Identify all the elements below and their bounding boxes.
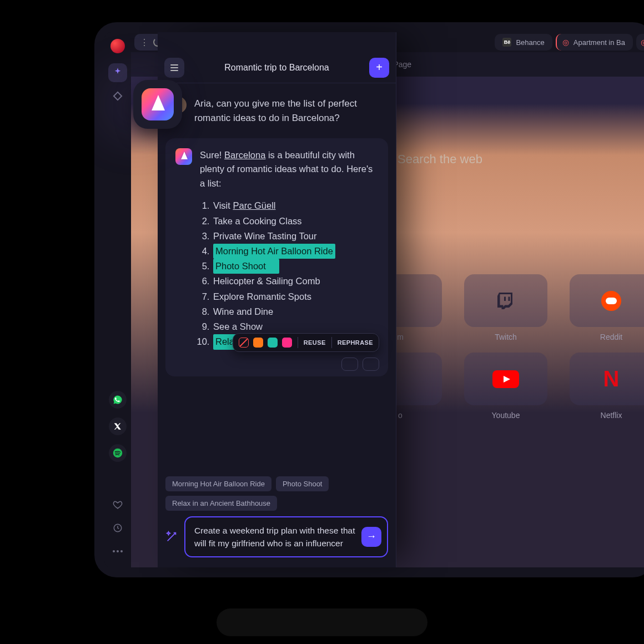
tile-label: Twitch xyxy=(495,333,517,341)
browser-chrome: ⋮ Aria Bē Behance ◎ Apartment in Ba ◎ xyxy=(104,32,644,567)
card-action-1[interactable] xyxy=(341,358,358,371)
list-item: Take a Cooking Class xyxy=(212,214,378,229)
swatch-teal[interactable] xyxy=(268,338,278,348)
youtube-icon xyxy=(464,353,547,405)
tile-twitch[interactable]: Twitch xyxy=(459,274,553,341)
spotify-icon xyxy=(113,448,123,458)
behance-icon: Bē xyxy=(502,38,511,47)
aria-panel: Romantic trip to Barcelona + Aria, can y… xyxy=(158,32,396,567)
swatch-orange[interactable] xyxy=(253,338,263,348)
list-item: Private Wine Tasting Tour xyxy=(212,229,378,244)
list-item: Morning Hot Air Balloon Ride xyxy=(212,244,378,259)
history-button[interactable] xyxy=(109,520,126,536)
tile-label: Netflix xyxy=(601,411,622,420)
list-item: See a Show xyxy=(212,319,378,334)
airbnb-icon: ◎ xyxy=(562,38,569,47)
chip[interactable]: Morning Hot Air Balloon Ride xyxy=(165,476,271,491)
aria-header: Romantic trip to Barcelona + xyxy=(158,52,396,83)
text: See a Show xyxy=(213,321,263,331)
text: Explore Romantic Spots xyxy=(213,291,311,301)
barcelona-link[interactable]: Barcelona xyxy=(224,150,265,160)
diamond-icon xyxy=(113,92,123,101)
left-rail xyxy=(104,32,131,567)
prompt-input[interactable]: Create a weekend trip plan with these th… xyxy=(184,516,388,558)
tile-youtube[interactable]: Youtube xyxy=(459,353,553,420)
spotify-button[interactable] xyxy=(109,444,127,462)
highlighted-text[interactable]: Morning Hot Air Balloon Ride xyxy=(213,244,335,259)
opera-logo-icon[interactable] xyxy=(110,39,125,53)
swatch-none[interactable] xyxy=(239,338,249,348)
divider xyxy=(298,337,298,348)
airbnb-icon: ◎ xyxy=(641,38,644,47)
whatsapp-button[interactable] xyxy=(109,391,127,409)
chip[interactable]: Photo Shoot xyxy=(276,476,329,491)
tile-label: m xyxy=(397,333,404,341)
list-item: Explore Romantic Spots xyxy=(212,289,378,304)
netflix-icon: N xyxy=(570,353,644,405)
x-icon xyxy=(114,422,122,430)
tile-reddit[interactable]: Reddit xyxy=(564,274,644,341)
clock-icon xyxy=(113,523,123,533)
chat-title: Romantic trip to Barcelona xyxy=(190,63,364,73)
tile-label: o xyxy=(398,411,402,420)
text: Sure! xyxy=(200,150,224,160)
ai-response-card: Sure! Barcelona is a beautiful city with… xyxy=(165,138,388,376)
speed-dial-tiles: m Twitch Reddit o xyxy=(353,274,644,420)
list-item: Photo Shoot xyxy=(212,259,378,274)
highlight-toolbar: REUSE REPHRASE xyxy=(233,333,379,352)
main-column: ⋮ Aria Bē Behance ◎ Apartment in Ba ◎ xyxy=(131,32,644,567)
user-message-text: Aria, can you give me the list of perfec… xyxy=(194,97,384,126)
send-button[interactable]: → xyxy=(361,527,381,547)
divider xyxy=(331,337,332,348)
prompt-text: Create a weekend trip plan with these th… xyxy=(194,526,355,548)
text: Private Wine Tasting Tour xyxy=(213,231,316,241)
text: Visit xyxy=(213,200,233,210)
card-action-2[interactable] xyxy=(363,358,379,371)
tab-airbnb[interactable]: ◎ Apartment in Ba xyxy=(556,34,633,51)
reuse-button[interactable]: REUSE xyxy=(304,339,326,346)
highlighted-text[interactable]: Photo Shoot xyxy=(213,259,279,274)
aria-logo-icon xyxy=(142,88,174,120)
list-item: Wine and Dine xyxy=(212,304,378,319)
chat-menu-button[interactable] xyxy=(164,58,184,78)
reddit-icon xyxy=(570,274,644,327)
chat-body: Aria, can you give me the list of perfec… xyxy=(158,83,396,471)
aria-launcher[interactable] xyxy=(133,80,182,129)
tile-label: Youtube xyxy=(492,411,520,420)
user-message: Aria, can you give me the list of perfec… xyxy=(165,97,388,126)
heart-icon xyxy=(113,500,123,510)
more-button[interactable] xyxy=(109,543,126,560)
ai-intro-text: Sure! Barcelona is a beautiful city with… xyxy=(200,148,378,191)
swatch-pink[interactable] xyxy=(282,338,292,348)
aria-sidebar-button[interactable] xyxy=(108,63,127,82)
parc-guell-link[interactable]: Parc Güell xyxy=(233,200,275,210)
tile-label: Reddit xyxy=(600,333,622,341)
favorites-button[interactable] xyxy=(109,496,126,513)
aria-avatar-icon xyxy=(175,148,192,165)
tab-airbnb-2[interactable]: ◎ xyxy=(636,34,644,51)
text: Take a Cooking Class xyxy=(213,216,302,226)
workspace-button[interactable] xyxy=(108,87,127,105)
chip[interactable]: Relax in an Ancient Bathhouse xyxy=(165,496,277,511)
dots-icon xyxy=(113,550,123,552)
magic-wand-icon[interactable] xyxy=(165,531,178,543)
text: Wine and Dine xyxy=(213,306,273,316)
list-item: Visit Parc Güell xyxy=(212,198,378,213)
browser-window: ⋮ Aria Bē Behance ◎ Apartment in Ba ◎ xyxy=(94,22,644,577)
new-chat-button[interactable]: + xyxy=(369,58,389,78)
arrow-right-icon: → xyxy=(366,529,376,544)
dock-shadow xyxy=(217,608,427,636)
rephrase-button[interactable]: REPHRASE xyxy=(338,339,373,346)
site-menu-icon[interactable]: ⋮ xyxy=(140,37,149,48)
x-button[interactable] xyxy=(109,417,127,435)
ideas-list: Visit Parc Güell Take a Cooking Class Pr… xyxy=(200,198,378,349)
list-item: Helicopter & Sailing Comb xyxy=(212,274,378,289)
text: Helicopter & Sailing Comb xyxy=(213,276,320,286)
tab-behance[interactable]: Bē Behance xyxy=(495,34,552,51)
tile-netflix[interactable]: N Netflix xyxy=(564,353,644,420)
whatsapp-icon xyxy=(113,395,123,405)
aria-input-area: Morning Hot Air Balloon Ride Photo Shoot… xyxy=(158,471,396,568)
card-footer-buttons xyxy=(341,358,379,371)
context-chips: Morning Hot Air Balloon Ride Photo Shoot… xyxy=(165,476,388,511)
prompt-row: Create a weekend trip plan with these th… xyxy=(165,516,388,558)
